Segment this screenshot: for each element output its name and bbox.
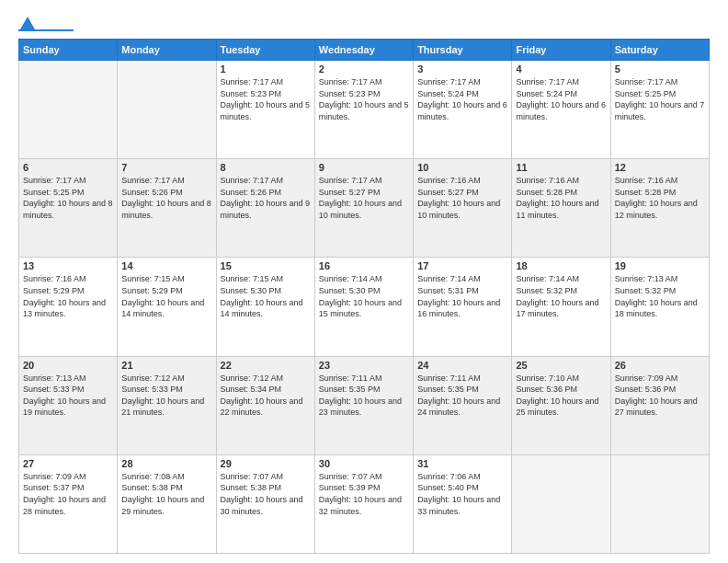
calendar-cell: 19Sunrise: 7:13 AMSunset: 5:32 PMDayligh… [610,258,709,356]
day-info: Sunrise: 7:06 AMSunset: 5:40 PMDaylight:… [417,471,507,517]
day-number: 20 [23,360,113,371]
day-number: 25 [516,360,606,371]
day-info: Sunrise: 7:09 AMSunset: 5:36 PMDaylight:… [615,373,705,419]
day-number: 14 [121,260,211,271]
day-number: 31 [417,458,507,469]
calendar-cell: 5Sunrise: 7:17 AMSunset: 5:25 PMDaylight… [610,61,709,159]
day-number: 10 [417,162,507,173]
calendar-cell: 13Sunrise: 7:16 AMSunset: 5:29 PMDayligh… [19,258,118,356]
day-info: Sunrise: 7:09 AMSunset: 5:37 PMDaylight:… [23,471,113,517]
day-info: Sunrise: 7:14 AMSunset: 5:32 PMDaylight:… [516,273,606,319]
calendar-cell [610,454,709,553]
weekday-header-friday: Friday [512,40,610,61]
day-number: 12 [615,162,705,173]
calendar-week-row: 27Sunrise: 7:09 AMSunset: 5:37 PMDayligh… [19,454,710,553]
day-info: Sunrise: 7:13 AMSunset: 5:32 PMDaylight:… [615,273,705,319]
day-info: Sunrise: 7:17 AMSunset: 5:24 PMDaylight:… [516,76,606,122]
day-info: Sunrise: 7:17 AMSunset: 5:27 PMDaylight:… [319,175,409,221]
calendar-cell [512,454,610,553]
day-number: 3 [417,63,507,75]
day-info: Sunrise: 7:16 AMSunset: 5:28 PMDaylight:… [516,175,606,221]
calendar-cell: 14Sunrise: 7:15 AMSunset: 5:29 PMDayligh… [118,258,216,356]
calendar-cell: 28Sunrise: 7:08 AMSunset: 5:38 PMDayligh… [118,454,216,553]
calendar-week-row: 1Sunrise: 7:17 AMSunset: 5:23 PMDaylight… [19,61,710,159]
calendar-week-row: 6Sunrise: 7:17 AMSunset: 5:25 PMDaylight… [19,159,710,258]
day-number: 21 [121,360,211,371]
calendar-cell: 11Sunrise: 7:16 AMSunset: 5:28 PMDayligh… [512,159,610,258]
day-number: 5 [615,63,705,75]
calendar-week-row: 20Sunrise: 7:13 AMSunset: 5:33 PMDayligh… [19,356,710,454]
day-number: 4 [516,63,606,75]
calendar-cell: 2Sunrise: 7:17 AMSunset: 5:23 PMDaylight… [314,61,413,159]
day-number: 13 [23,260,113,271]
calendar-table: SundayMondayTuesdayWednesdayThursdayFrid… [18,39,710,554]
day-info: Sunrise: 7:14 AMSunset: 5:31 PMDaylight:… [417,273,507,319]
calendar-cell: 29Sunrise: 7:07 AMSunset: 5:38 PMDayligh… [216,454,314,553]
day-info: Sunrise: 7:11 AMSunset: 5:35 PMDaylight:… [319,373,409,419]
day-number: 9 [319,162,409,173]
day-info: Sunrise: 7:17 AMSunset: 5:25 PMDaylight:… [615,76,705,122]
calendar-cell: 23Sunrise: 7:11 AMSunset: 5:35 PMDayligh… [314,356,413,454]
calendar-cell: 9Sunrise: 7:17 AMSunset: 5:27 PMDaylight… [314,159,413,258]
day-info: Sunrise: 7:16 AMSunset: 5:27 PMDaylight:… [417,175,507,221]
calendar-cell: 20Sunrise: 7:13 AMSunset: 5:33 PMDayligh… [19,356,118,454]
day-info: Sunrise: 7:17 AMSunset: 5:26 PMDaylight:… [121,175,211,221]
calendar-week-row: 13Sunrise: 7:16 AMSunset: 5:29 PMDayligh… [19,258,710,356]
logo-underline [18,29,74,31]
day-info: Sunrise: 7:17 AMSunset: 5:24 PMDaylight:… [417,76,507,122]
day-info: Sunrise: 7:12 AMSunset: 5:34 PMDaylight:… [221,373,311,419]
calendar-cell: 8Sunrise: 7:17 AMSunset: 5:26 PMDaylight… [216,159,314,258]
weekday-header-monday: Monday [118,40,216,61]
weekday-header-row: SundayMondayTuesdayWednesdayThursdayFrid… [19,40,710,61]
weekday-header-sunday: Sunday [19,40,118,61]
day-info: Sunrise: 7:17 AMSunset: 5:23 PMDaylight:… [221,76,311,122]
day-number: 24 [417,360,507,371]
day-info: Sunrise: 7:15 AMSunset: 5:30 PMDaylight:… [221,273,311,319]
day-info: Sunrise: 7:14 AMSunset: 5:30 PMDaylight:… [319,273,409,319]
day-number: 16 [319,260,409,271]
calendar-cell: 24Sunrise: 7:11 AMSunset: 5:35 PMDayligh… [414,356,512,454]
day-number: 17 [417,260,507,271]
calendar-cell: 12Sunrise: 7:16 AMSunset: 5:28 PMDayligh… [610,159,709,258]
day-number: 23 [319,360,409,371]
day-info: Sunrise: 7:16 AMSunset: 5:29 PMDaylight:… [23,273,113,319]
day-number: 27 [23,458,113,469]
day-info: Sunrise: 7:10 AMSunset: 5:36 PMDaylight:… [516,373,606,419]
calendar-cell: 7Sunrise: 7:17 AMSunset: 5:26 PMDaylight… [118,159,216,258]
calendar-cell: 4Sunrise: 7:17 AMSunset: 5:24 PMDaylight… [512,61,610,159]
calendar-cell: 1Sunrise: 7:17 AMSunset: 5:23 PMDaylight… [216,61,314,159]
day-info: Sunrise: 7:15 AMSunset: 5:29 PMDaylight:… [121,273,211,319]
calendar-cell: 15Sunrise: 7:15 AMSunset: 5:30 PMDayligh… [216,258,314,356]
day-info: Sunrise: 7:17 AMSunset: 5:23 PMDaylight:… [319,76,409,122]
day-number: 28 [121,458,211,469]
day-number: 19 [615,260,705,271]
day-info: Sunrise: 7:13 AMSunset: 5:33 PMDaylight:… [23,373,113,419]
weekday-header-saturday: Saturday [610,40,709,61]
day-number: 30 [319,458,409,469]
page: SundayMondayTuesdayWednesdayThursdayFrid… [0,0,728,563]
day-info: Sunrise: 7:17 AMSunset: 5:25 PMDaylight:… [23,175,113,221]
day-info: Sunrise: 7:16 AMSunset: 5:28 PMDaylight:… [615,175,705,221]
day-number: 1 [221,63,311,75]
calendar-cell: 18Sunrise: 7:14 AMSunset: 5:32 PMDayligh… [512,258,610,356]
day-number: 15 [221,260,311,271]
day-info: Sunrise: 7:08 AMSunset: 5:38 PMDaylight:… [121,471,211,517]
day-info: Sunrise: 7:07 AMSunset: 5:38 PMDaylight:… [221,471,311,517]
day-number: 29 [221,458,311,469]
day-number: 18 [516,260,606,271]
day-number: 22 [221,360,311,371]
calendar-cell: 10Sunrise: 7:16 AMSunset: 5:27 PMDayligh… [414,159,512,258]
calendar-cell: 26Sunrise: 7:09 AMSunset: 5:36 PMDayligh… [610,356,709,454]
day-number: 7 [121,162,211,173]
weekday-header-thursday: Thursday [414,40,512,61]
calendar-cell: 21Sunrise: 7:12 AMSunset: 5:33 PMDayligh… [118,356,216,454]
calendar-cell: 27Sunrise: 7:09 AMSunset: 5:37 PMDayligh… [19,454,118,553]
logo [18,17,74,31]
day-number: 6 [23,162,113,173]
day-info: Sunrise: 7:17 AMSunset: 5:26 PMDaylight:… [221,175,311,221]
calendar-cell [19,61,118,159]
calendar-cell: 16Sunrise: 7:14 AMSunset: 5:30 PMDayligh… [314,258,413,356]
day-number: 26 [615,360,705,371]
weekday-header-tuesday: Tuesday [216,40,314,61]
header [18,17,710,31]
